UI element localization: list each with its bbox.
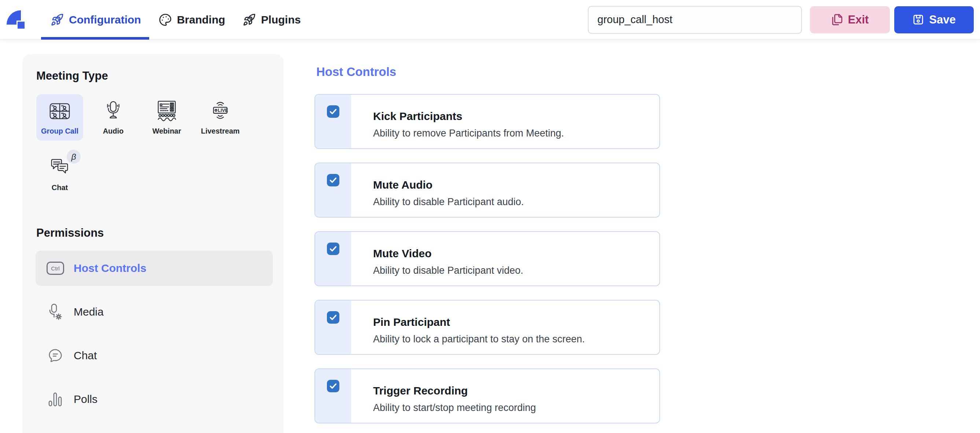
meeting-type-label: Chat <box>52 184 68 192</box>
checkmark-icon <box>329 176 337 185</box>
permissions-item-host-controls[interactable]: Ctrl Host Controls <box>35 251 273 286</box>
permissions-item-label: Host Controls <box>74 262 146 275</box>
meeting-type-livestream[interactable]: LIVE Livestream <box>197 94 244 141</box>
card-accent-strip <box>315 95 351 148</box>
rocket-icon <box>51 13 64 26</box>
checkmark-icon <box>329 244 337 253</box>
checkmark-icon <box>329 382 337 390</box>
app-logo[interactable] <box>6 10 25 29</box>
permission-card-trigger-recording: Trigger Recording Ability to start/stop … <box>315 368 660 423</box>
exit-files-icon <box>831 14 843 26</box>
host-controls-panel: Host Controls Kick Participants Ability … <box>315 65 660 433</box>
permission-description: Ability to lock a participant to stay on… <box>373 334 659 345</box>
main-nav: Configuration Branding Plugins <box>41 0 309 40</box>
group-call-icon <box>48 99 71 122</box>
exit-button[interactable]: Exit <box>810 6 890 34</box>
permissions-item-label: Media <box>74 306 104 318</box>
palette-icon <box>159 13 172 26</box>
permission-description: Ability to disable Participant audio. <box>373 197 659 208</box>
webinar-icon <box>155 99 178 122</box>
meeting-type-audio[interactable]: Audio <box>90 94 137 141</box>
permissions-item-polls[interactable]: Polls <box>35 382 273 417</box>
permission-card-kick-participants: Kick Participants Ability to remove Part… <box>315 94 660 149</box>
ctrl-key-icon: Ctrl <box>46 261 65 275</box>
meeting-type-label: Livestream <box>201 127 240 136</box>
save-button[interactable]: Save <box>894 6 974 34</box>
card-accent-strip <box>315 232 351 286</box>
svg-text:Ctrl: Ctrl <box>51 265 59 272</box>
save-button-label: Save <box>929 13 955 26</box>
card-accent-strip <box>315 369 351 423</box>
tab-branding[interactable]: Branding <box>149 0 234 40</box>
permission-card-mute-video: Mute Video Ability to disable Participan… <box>315 231 660 286</box>
livestream-icon: LIVE <box>209 99 232 122</box>
page-title: Host Controls <box>316 65 660 79</box>
card-accent-strip <box>315 300 351 354</box>
tab-label: Configuration <box>69 14 141 26</box>
card-accent-strip <box>315 163 351 217</box>
permission-checkbox[interactable] <box>327 174 339 186</box>
meeting-type-label: Audio <box>103 127 124 136</box>
mic-gear-icon <box>47 303 64 321</box>
meeting-type-label: Group Call <box>41 127 78 136</box>
meeting-type-group-call[interactable]: Group Call <box>36 94 83 141</box>
meeting-type-heading: Meeting Type <box>36 69 274 83</box>
permission-card-mute-audio: Mute Audio Ability to disable Participan… <box>315 163 660 217</box>
checkmark-icon <box>329 313 337 322</box>
permission-title: Trigger Recording <box>373 384 659 398</box>
beta-badge: β <box>67 150 81 164</box>
permission-description: Ability to remove Participants from Meet… <box>373 128 659 139</box>
permission-checkbox[interactable] <box>327 243 339 255</box>
permission-checkbox[interactable] <box>327 105 339 118</box>
permissions-item-label: Chat <box>74 349 97 362</box>
tab-label: Branding <box>177 14 225 26</box>
permission-title: Kick Participants <box>373 109 659 123</box>
checkmark-icon <box>329 107 337 116</box>
svg-text:LIVE: LIVE <box>218 108 228 113</box>
permissions-item-label: Polls <box>74 393 97 406</box>
preset-name-input[interactable] <box>588 6 802 34</box>
tab-plugins[interactable]: Plugins <box>233 0 309 40</box>
poll-bars-icon <box>47 391 64 408</box>
microphone-icon <box>102 99 125 122</box>
permission-card-pin-participant: Pin Participant Ability to lock a partic… <box>315 300 660 355</box>
permission-description: Ability to disable Participant video. <box>373 265 659 276</box>
tab-configuration[interactable]: Configuration <box>41 0 149 40</box>
rocket-icon <box>243 13 256 26</box>
permissions-item-chat[interactable]: Chat <box>35 338 273 373</box>
save-floppy-icon <box>912 14 924 26</box>
meeting-type-webinar[interactable]: Webinar <box>143 94 190 141</box>
meeting-type-label: Webinar <box>153 127 181 136</box>
permission-checkbox[interactable] <box>327 380 339 392</box>
chat-bubble-icon <box>47 347 64 364</box>
permissions-item-media[interactable]: Media <box>35 294 273 329</box>
permission-description: Ability to start/stop meeting recording <box>373 402 659 414</box>
meeting-type-chat[interactable]: β Chat <box>36 151 83 197</box>
permissions-nav: Ctrl Host Controls Media <box>32 251 274 417</box>
meeting-type-row-2: β Chat <box>36 151 274 197</box>
permission-checkbox[interactable] <box>327 311 339 324</box>
permission-title: Mute Video <box>373 247 659 260</box>
tab-label: Plugins <box>261 14 301 26</box>
permissions-heading: Permissions <box>36 227 274 240</box>
top-navbar: Configuration Branding Plugins <box>0 0 980 40</box>
settings-sidebar: Meeting Type Group Call <box>22 54 284 433</box>
logo-square <box>16 21 25 30</box>
exit-button-label: Exit <box>848 13 869 26</box>
meeting-type-options: Group Call Audio <box>36 94 274 141</box>
permission-title: Mute Audio <box>373 178 659 192</box>
permission-title: Pin Participant <box>373 315 659 329</box>
